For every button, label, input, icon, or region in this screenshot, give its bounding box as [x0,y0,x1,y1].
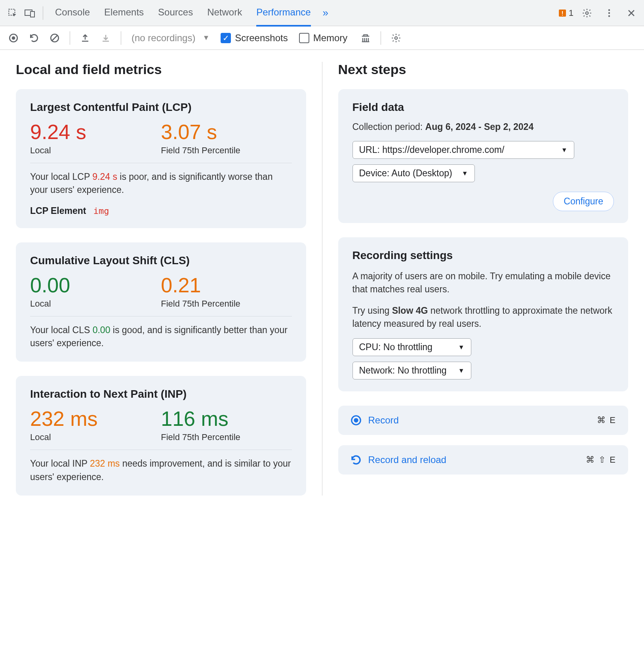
svg-point-8 [608,12,610,13]
inp-field-value: 116 ms [161,408,292,429]
chevron-down-icon: ▼ [458,344,465,351]
lcp-card: Largest Contentful Paint (LCP) 9.24 s Lo… [16,89,306,228]
tab-elements[interactable]: Elements [104,0,144,27]
recording-desc-1: A majority of users are on mobile. Try e… [352,270,614,296]
recording-settings-title: Recording settings [352,249,614,262]
chevron-down-icon: ▼ [458,367,465,374]
chevron-down-icon: ▼ [462,170,468,177]
recordings-dropdown-label: (no recordings) [131,32,195,44]
issues-badge[interactable]: 1 [558,8,574,18]
tab-console[interactable]: Console [55,0,90,27]
cls-field-value: 0.21 [161,275,292,295]
lcp-title: Largest Contentful Paint (LCP) [30,101,292,114]
tab-sources[interactable]: Sources [158,0,193,27]
lcp-description: Your local LCP 9.24 s is poor, and is si… [30,170,292,197]
checkbox-unchecked-icon [299,33,309,43]
field-data-card: Field data Collection period: Aug 6, 202… [338,89,629,223]
record-circle-icon [350,414,362,426]
svg-point-9 [608,15,610,17]
inp-title: Interaction to Next Paint (INP) [30,388,292,400]
svg-rect-2 [30,11,34,17]
chevron-down-icon: ▼ [561,147,568,154]
reload-icon[interactable] [25,29,43,47]
record-action[interactable]: Record ⌘ E [338,406,629,435]
inp-local-value: 232 ms [30,408,161,429]
memory-label: Memory [313,32,348,44]
recording-settings-card: Recording settings A majority of users a… [338,237,629,391]
divider [381,31,381,45]
record-shortcut: ⌘ E [597,415,616,425]
settings-icon[interactable] [578,4,596,22]
lcp-element-row[interactable]: LCP Element img [30,206,292,216]
warning-count: 1 [569,8,574,18]
network-throttling-select[interactable]: Network: No throttling▼ [352,362,471,379]
url-select[interactable]: URL: https://developer.chrome.com/▼ [352,141,574,159]
svg-rect-5 [562,15,563,15]
inp-description: Your local INP 232 ms needs improvement,… [30,457,292,484]
warning-icon [558,8,567,18]
clear-icon[interactable] [46,29,63,47]
recording-desc-2: Try using Slow 4G network throttling to … [352,304,614,331]
screenshots-label: Screenshots [235,32,288,44]
svg-point-13 [395,36,398,39]
screenshots-checkbox[interactable]: ✓ Screenshots [221,32,288,44]
field-data-title: Field data [352,101,614,114]
lcp-element-label: LCP Element [30,206,86,216]
panel-settings-icon[interactable] [387,29,405,47]
record-reload-shortcut: ⌘ ⇧ E [586,455,616,465]
divider [70,31,70,45]
checkbox-checked-icon: ✓ [221,33,231,43]
divider [43,6,43,20]
lcp-local-value: 9.24 s [30,122,161,142]
tab-overflow-icon[interactable]: » [323,7,328,19]
next-steps-heading: Next steps [338,62,629,77]
upload-icon[interactable] [76,29,94,47]
reload-circle-icon [350,454,362,466]
record-icon[interactable] [5,29,22,47]
cls-local-value: 0.00 [30,275,161,295]
cls-card: Cumulative Layout Shift (CLS) 0.00 Local… [16,242,306,362]
device-toggle-icon[interactable] [21,4,39,22]
svg-point-15 [354,418,358,423]
lcp-element-value: img [93,206,109,216]
inp-field-label: Field 75th Percentile [161,432,292,442]
download-icon[interactable] [97,29,114,47]
collection-period: Collection period: Aug 6, 2024 - Sep 2, … [352,122,614,132]
tab-network[interactable]: Network [207,0,242,27]
cls-field-label: Field 75th Percentile [161,299,292,309]
record-reload-label: Record and reload [368,454,580,465]
performance-toolbar: (no recordings) ▼ ✓ Screenshots Memory [0,26,644,50]
cls-title: Cumulative Layout Shift (CLS) [30,254,292,267]
lcp-field-value: 3.07 s [161,122,292,142]
svg-point-11 [12,36,15,40]
lcp-local-label: Local [30,145,161,156]
inp-card: Interaction to Next Paint (INP) 232 ms L… [16,376,306,496]
close-icon[interactable] [623,4,640,22]
svg-rect-4 [562,11,563,14]
divider [121,31,121,45]
cpu-throttling-select[interactable]: CPU: No throttling▼ [352,338,471,356]
tab-performance[interactable]: Performance [256,0,311,27]
recordings-dropdown-caret[interactable]: ▼ [202,34,210,42]
record-reload-action[interactable]: Record and reload ⌘ ⇧ E [338,445,629,475]
inp-local-label: Local [30,432,161,442]
garbage-collect-icon[interactable] [357,29,374,47]
devtools-tab-bar: Console Elements Sources Network Perform… [0,0,644,26]
tabs-list: Console Elements Sources Network Perform… [55,0,311,27]
configure-button[interactable]: Configure [553,192,614,211]
svg-point-7 [608,9,610,11]
inspect-icon[interactable] [4,4,21,22]
record-label: Record [368,415,591,426]
lcp-field-label: Field 75th Percentile [161,145,292,156]
cls-local-label: Local [30,299,161,309]
svg-point-6 [586,11,589,14]
more-icon[interactable] [600,4,618,22]
device-select[interactable]: Device: Auto (Desktop)▼ [352,164,475,182]
cls-description: Your local CLS 0.00 is good, and is sign… [30,324,292,350]
memory-checkbox[interactable]: Memory [299,32,348,44]
local-field-heading: Local and field metrics [16,62,306,77]
